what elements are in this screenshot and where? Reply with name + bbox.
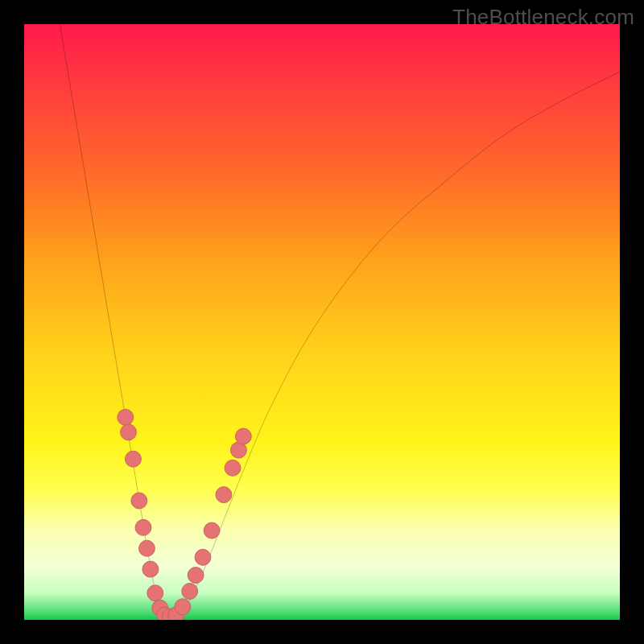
- curve-marker: [121, 424, 137, 440]
- curve-marker: [188, 568, 204, 584]
- curve-marker: [175, 599, 191, 615]
- curve-marker: [138, 540, 155, 556]
- curve-marker: [182, 583, 198, 599]
- curve-marker: [125, 451, 141, 467]
- plot-area: [24, 24, 620, 620]
- curve-marker: [147, 585, 163, 601]
- curve-marker: [216, 487, 232, 503]
- curve-markers: [118, 409, 252, 620]
- watermark-text: TheBottleneck.com: [452, 5, 634, 30]
- curve-marker: [118, 409, 134, 425]
- chart-frame: TheBottleneck.com: [0, 0, 644, 644]
- curve-marker: [135, 519, 151, 535]
- curve-marker: [142, 561, 159, 577]
- curve-marker: [195, 549, 211, 565]
- chart-svg: [24, 24, 620, 620]
- curve-marker: [235, 428, 251, 444]
- curve-marker: [204, 522, 220, 539]
- curve-marker: [225, 460, 241, 476]
- curve-marker: [131, 493, 147, 509]
